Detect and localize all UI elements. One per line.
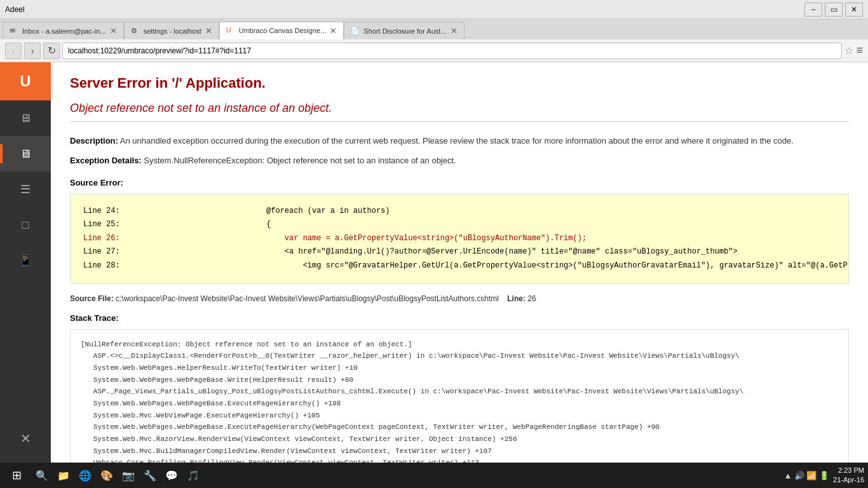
mobile-icon: 📱 [18, 254, 32, 268]
reload-button[interactable]: ↻ [43, 43, 60, 59]
tab-settings-label: settings - localhost [144, 27, 201, 35]
title-bar-left: Adeel [5, 5, 25, 14]
title-bar-text: Adeel [5, 5, 25, 14]
sidebar-logo[interactable]: U [0, 62, 51, 100]
taskbar-app4-icon[interactable]: 🎵 [183, 465, 203, 485]
content-icon: ☰ [20, 182, 31, 196]
taskbar-app3-icon[interactable]: 💬 [161, 465, 182, 485]
taskbar-sys-tray: ▲ 🔊 📶 🔋 [783, 471, 829, 480]
back-button[interactable]: ‹ [5, 43, 22, 59]
tab-gmail-close[interactable]: ✕ [110, 26, 117, 36]
taskbar-app1-icon[interactable]: 📷 [118, 465, 139, 485]
taskbar-left: ⊞ 🔍 📁 🌐 🎨 📷 🔧 💬 🎵 [4, 465, 203, 485]
tab-umbraco[interactable]: U Umbraco Canvas Designe... ✕ [219, 22, 344, 39]
sidebar-item-content[interactable]: ☰ [0, 172, 51, 207]
forward-button[interactable]: › [24, 43, 41, 59]
tab-disclosure[interactable]: 📄 Short Disclosure for Aust... ✕ [344, 22, 464, 39]
sidebar-item-desktop1[interactable]: 🖥 [0, 100, 51, 136]
tab-gmail-label: Inbox - a.saleem@pac-in... [22, 27, 106, 35]
description-label: Description: [70, 136, 118, 146]
active-indicator [0, 144, 3, 163]
desktop1-icon: 🖥 [20, 112, 31, 125]
sys-tray-icons: ▲ 🔊 📶 🔋 [783, 471, 829, 480]
taskbar-app2-icon[interactable]: 🔧 [140, 465, 160, 485]
tab-settings-close[interactable]: ✕ [205, 26, 212, 36]
taskbar-clock: 2:23 PM 21-Apr-16 [833, 466, 864, 485]
taskbar-paint-icon[interactable]: 🎨 [97, 465, 117, 485]
close-button[interactable]: ✕ [845, 3, 863, 17]
browser-chrome: Adeel − ▭ ✕ ✉ Inbox - a.saleem@pac-in...… [0, 0, 868, 62]
error-exception: Exception Details: System.NullReferenceE… [70, 154, 849, 168]
tab-umbraco-icon: U [226, 26, 235, 35]
taskbar-ie-icon[interactable]: 🌐 [75, 465, 95, 485]
window-controls[interactable]: − ▭ ✕ [804, 3, 863, 17]
error-subtitle: Object reference not set to an instance … [70, 102, 849, 122]
tab-bar: ✉ Inbox - a.saleem@pac-in... ✕ ⚙ setting… [0, 19, 868, 39]
app-container: U 🖥 🖥 ☰ □ 📱 ✕ Server Error in '/' Applic… [0, 62, 868, 463]
sidebar-close-button[interactable]: ✕ [0, 421, 51, 456]
main-content: Server Error in '/' Application. Object … [51, 62, 868, 463]
tab-gmail[interactable]: ✉ Inbox - a.saleem@pac-in... ✕ [3, 22, 124, 39]
minimize-button[interactable]: − [804, 3, 822, 17]
title-bar: Adeel − ▭ ✕ [0, 0, 868, 19]
source-file-line: Source File: c:\workspace\Pac-Invest Web… [70, 294, 849, 303]
error-description: Description: An unhandled exception occu… [70, 135, 849, 148]
taskbar-search-icon[interactable]: 🔍 [32, 465, 52, 485]
taskbar-time-display: 2:23 PM [833, 466, 864, 475]
sidebar-item-box[interactable]: □ [0, 207, 51, 243]
bookmark-icon[interactable]: ☆ [844, 44, 853, 57]
tab-disclosure-label: Short Disclosure for Aust... [363, 27, 446, 35]
tab-settings-icon: ⚙ [131, 27, 140, 36]
tab-settings[interactable]: ⚙ settings - localhost ✕ [124, 22, 219, 39]
taskbar: ⊞ 🔍 📁 🌐 🎨 📷 🔧 💬 🎵 ▲ 🔊 📶 🔋 2:23 PM 21-Apr… [0, 463, 868, 488]
tab-gmail-icon: ✉ [10, 27, 18, 36]
description-text: An unhandled exception occurred during t… [120, 136, 794, 146]
sidebar: U 🖥 🖥 ☰ □ 📱 ✕ [0, 62, 51, 463]
url-input[interactable] [62, 43, 842, 59]
browser-menu-icon[interactable]: ≡ [856, 44, 863, 57]
maximize-button[interactable]: ▭ [825, 3, 843, 17]
taskbar-pinned: 🔍 📁 🌐 🎨 📷 🔧 💬 🎵 [32, 465, 203, 485]
desktop2-icon: 🖥 [20, 147, 31, 161]
tab-umbraco-close[interactable]: ✕ [330, 26, 337, 36]
stack-trace-block: [NullReferenceException: Object referenc… [70, 329, 849, 463]
taskbar-right: ▲ 🔊 📶 🔋 2:23 PM 21-Apr-16 [783, 466, 864, 485]
start-button[interactable]: ⊞ [4, 465, 29, 485]
exception-label: Exception Details: [70, 156, 142, 165]
box-icon: □ [22, 219, 29, 232]
taskbar-files-icon[interactable]: 📁 [53, 465, 74, 485]
stack-trace-header: Stack Trace: [70, 313, 849, 323]
tab-disclosure-close[interactable]: ✕ [451, 26, 458, 36]
code-block: Line 24: @foreach (var a in authors) Lin… [70, 194, 849, 284]
tab-disclosure-icon: 📄 [351, 27, 360, 36]
address-bar: ‹ › ↻ ☆ ≡ [0, 39, 868, 62]
sidebar-item-desktop2[interactable]: 🖥 [0, 136, 51, 172]
error-title: Server Error in '/' Application. [70, 75, 849, 92]
sidebar-item-mobile[interactable]: 📱 [0, 243, 51, 278]
exception-text: System.NullReferenceException: Object re… [144, 156, 456, 165]
tab-umbraco-label: Umbraco Canvas Designe... [239, 27, 327, 34]
taskbar-date-display: 21-Apr-16 [833, 475, 864, 485]
source-error-header: Source Error: [70, 178, 849, 187]
